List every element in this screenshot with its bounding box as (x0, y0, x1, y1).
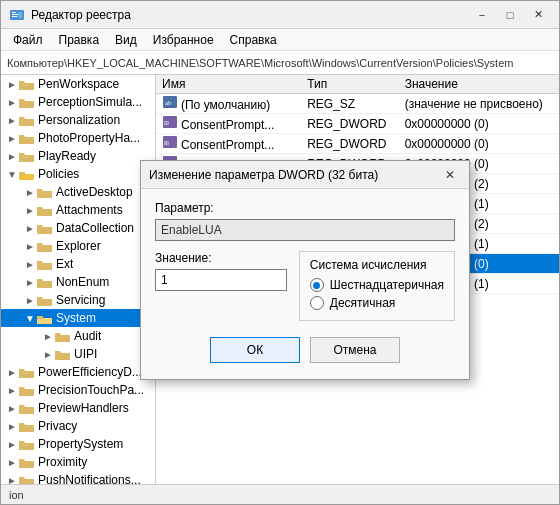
value-section: Значение: (155, 251, 287, 291)
tree-label: UIPI (74, 347, 97, 361)
value-label: Значение: (155, 251, 287, 265)
radio-hex-circle (310, 278, 324, 292)
menu-view[interactable]: Вид (107, 31, 145, 49)
svg-rect-10 (19, 119, 34, 126)
tree-item-photopropertyha[interactable]: ► PhotoPropertyHa... (1, 129, 155, 147)
svg-rect-6 (19, 83, 34, 90)
tree-label: Policies (38, 167, 79, 181)
radio-dec[interactable]: Десятичная (310, 296, 444, 310)
tree-item-pushnotifications[interactable]: ► PushNotifications... (1, 471, 155, 484)
svg-rect-42 (19, 389, 34, 396)
tree-label: PlayReady (38, 149, 96, 163)
folder-icon (37, 311, 53, 325)
minimize-button[interactable]: − (469, 6, 495, 24)
svg-rect-36 (55, 335, 70, 342)
tree-toggle: ► (5, 79, 19, 90)
tree-toggle: ► (23, 205, 37, 216)
svg-rect-4 (18, 12, 22, 18)
tree-label: Personalization (38, 113, 120, 127)
menu-help[interactable]: Справка (222, 31, 285, 49)
tree-item-ext[interactable]: ► Ext (1, 255, 155, 273)
svg-rect-40 (19, 371, 34, 378)
tree-label: PropertySystem (38, 437, 123, 451)
tree-item-personalization[interactable]: ► Personalization (1, 111, 155, 129)
svg-rect-1 (12, 12, 16, 13)
tree-item-precisiontouchpa[interactable]: ► PrecisionTouchPa... (1, 381, 155, 399)
dialog-close-button[interactable]: ✕ (439, 166, 461, 184)
ok-button[interactable]: ОК (210, 337, 300, 363)
table-row[interactable]: ⊞ConsentPrompt...REG_DWORD0x00000000 (0) (156, 134, 559, 154)
reg-type: REG_DWORD (301, 114, 399, 134)
reg-name: ConsentPrompt... (181, 138, 274, 152)
tree-panel[interactable]: ► PenWorkspace ► PerceptionSimula... ► (1, 75, 156, 484)
tree-item-powerefficiency[interactable]: ► PowerEfficiencyD... (1, 363, 155, 381)
tree-toggle: ► (41, 349, 55, 360)
tree-toggle: ► (5, 457, 19, 468)
table-row[interactable]: ⊞ConsentPrompt...REG_DWORD0x00000000 (0) (156, 114, 559, 134)
dialog-body: Параметр: Значение: Система исчисления Ш… (141, 189, 469, 379)
tree-item-propertysystem[interactable]: ► PropertySystem (1, 435, 155, 453)
status-text: ion (9, 489, 24, 501)
tree-item-audit[interactable]: ► Audit (1, 327, 155, 345)
dialog-row: Значение: Система исчисления Шестнадцате… (155, 251, 455, 321)
tree-item-uipi[interactable]: ► UIPI (1, 345, 155, 363)
value-input[interactable] (155, 269, 287, 291)
tree-item-perceptionsimula[interactable]: ► PerceptionSimula... (1, 93, 155, 111)
reg-name: ConsentPrompt... (181, 118, 274, 132)
menu-file[interactable]: Файл (5, 31, 51, 49)
tree-label: PrecisionTouchPa... (38, 383, 144, 397)
tree-item-attachments[interactable]: ► Attachments (1, 201, 155, 219)
svg-text:⊞: ⊞ (164, 140, 169, 146)
address-bar: Компьютер\HKEY_LOCAL_MACHINE\SOFTWARE\Mi… (1, 51, 559, 75)
tree-toggle: ► (23, 241, 37, 252)
tree-toggle: ► (41, 331, 55, 342)
folder-icon (19, 95, 35, 109)
tree-item-datacollection[interactable]: ► DataCollection (1, 219, 155, 237)
menu-favorites[interactable]: Избранное (145, 31, 222, 49)
tree-item-activedesktop[interactable]: ► ActiveDesktop (1, 183, 155, 201)
tree-label: System (56, 311, 96, 325)
table-row[interactable]: ab(По умолчанию)REG_SZ(значение не присв… (156, 94, 559, 114)
close-button[interactable]: ✕ (525, 6, 551, 24)
tree-label: DataCollection (56, 221, 134, 235)
folder-icon (19, 77, 35, 91)
tree-item-penworkspace[interactable]: ► PenWorkspace (1, 75, 155, 93)
svg-rect-17 (19, 172, 25, 175)
reg-type: REG_SZ (301, 94, 399, 114)
tree-item-proximity[interactable]: ► Proximity (1, 453, 155, 471)
col-name: Имя (156, 75, 301, 94)
svg-rect-50 (19, 461, 34, 468)
svg-rect-8 (19, 101, 34, 108)
tree-toggle: ► (5, 97, 19, 108)
dword-dialog[interactable]: Изменение параметра DWORD (32 бита) ✕ Па… (140, 160, 470, 380)
tree-item-nonenum[interactable]: ► NonEnum (1, 273, 155, 291)
maximize-button[interactable]: □ (497, 6, 523, 24)
tree-item-explorer[interactable]: ► Explorer (1, 237, 155, 255)
param-input[interactable] (155, 219, 455, 241)
tree-toggle: ► (5, 151, 19, 162)
folder-icon (37, 257, 53, 271)
tree-label: Servicing (56, 293, 105, 307)
menu-edit[interactable]: Правка (51, 31, 108, 49)
tree-item-previewhandlers[interactable]: ► PreviewHandlers (1, 399, 155, 417)
tree-item-playready[interactable]: ► PlayReady (1, 147, 155, 165)
dialog-title: Изменение параметра DWORD (32 бита) (149, 168, 378, 182)
app-icon (9, 7, 25, 23)
tree-item-policies[interactable]: ▼ Policies (1, 165, 155, 183)
tree-item-privacy[interactable]: ► Privacy (1, 417, 155, 435)
tree-label: PerceptionSimula... (38, 95, 142, 109)
folder-icon (19, 473, 35, 484)
reg-type: REG_DWORD (301, 134, 399, 154)
folder-icon (19, 131, 35, 145)
cancel-button[interactable]: Отмена (310, 337, 400, 363)
radio-hex[interactable]: Шестнадцатеричная (310, 278, 444, 292)
radio-dec-circle (310, 296, 324, 310)
tree-label: Privacy (38, 419, 77, 433)
tree-toggle: ► (5, 403, 19, 414)
title-bar: Редактор реестра − □ ✕ (1, 1, 559, 29)
tree-item-system[interactable]: ▼ System (1, 309, 155, 327)
svg-rect-14 (19, 155, 34, 162)
reg-type-icon: ab (162, 95, 178, 109)
tree-item-servicing[interactable]: ► Servicing (1, 291, 155, 309)
dialog-buttons: ОК Отмена (155, 333, 455, 369)
